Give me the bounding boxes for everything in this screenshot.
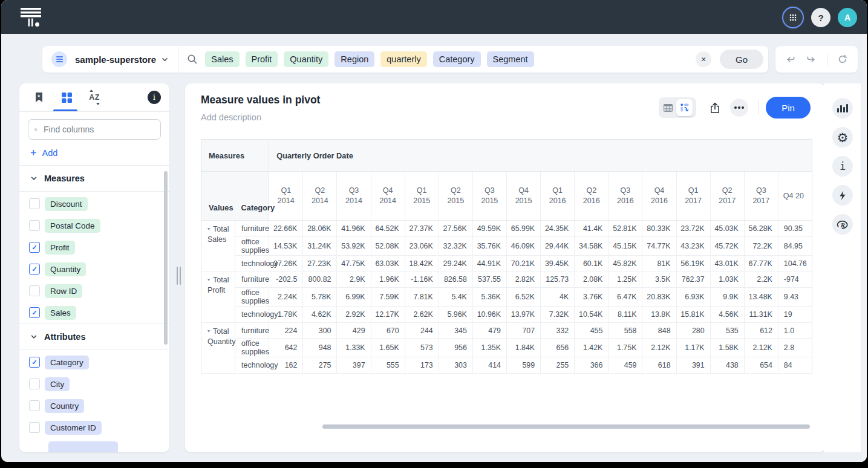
value-cell[interactable]: -202.5 xyxy=(269,271,303,288)
category-header[interactable]: Category xyxy=(235,172,269,221)
value-cell[interactable]: 366 xyxy=(575,357,609,374)
value-cell[interactable]: 18.42K xyxy=(405,255,439,271)
clear-search-icon[interactable]: × xyxy=(696,51,711,67)
column-header-q3-2016[interactable]: Q32016 xyxy=(609,172,642,221)
column-header-q4-2014[interactable]: Q42014 xyxy=(371,172,405,221)
value-cell[interactable]: 56.19K xyxy=(676,255,710,271)
value-cell[interactable]: 6.52K xyxy=(506,288,540,307)
column-header-q4-20[interactable]: Q4 20 xyxy=(778,172,812,221)
field-chip[interactable]: Category xyxy=(45,356,89,369)
value-cell[interactable]: 84.95 xyxy=(778,236,812,255)
category-cell[interactable]: office supplies xyxy=(235,236,269,255)
value-cell[interactable]: 459 xyxy=(609,357,642,374)
checkbox-unchecked[interactable] xyxy=(29,422,40,433)
r-analysis-icon[interactable]: R xyxy=(832,214,853,235)
column-header-q2-2015[interactable]: Q22015 xyxy=(439,172,472,221)
value-cell[interactable]: 762.37 xyxy=(676,271,710,288)
redo-icon[interactable] xyxy=(806,54,817,65)
value-cell[interactable]: -1.16K xyxy=(405,271,439,288)
value-cell[interactable]: 599 xyxy=(506,357,540,374)
value-cell[interactable]: 224 xyxy=(269,322,303,339)
search-token-profit[interactable]: Profit xyxy=(246,51,278,67)
value-cell[interactable]: 3.5K xyxy=(642,271,676,288)
collapse-caret-icon[interactable]: ▾ xyxy=(207,277,210,282)
value-cell[interactable]: 535 xyxy=(710,322,744,339)
value-cell[interactable]: 1.25K xyxy=(609,271,642,288)
value-cell[interactable]: 1.84K xyxy=(506,339,540,357)
value-cell[interactable]: 300 xyxy=(303,322,337,339)
search-token-quantity[interactable]: Quantity xyxy=(284,51,328,67)
value-cell[interactable]: 3.76K xyxy=(575,288,609,307)
value-cell[interactable]: 642 xyxy=(269,339,303,357)
value-cell[interactable]: 64.52K xyxy=(371,221,405,237)
value-cell[interactable]: 345 xyxy=(439,322,472,339)
search-token-region[interactable]: Region xyxy=(334,51,374,67)
value-cell[interactable]: 5.78K xyxy=(303,288,337,307)
value-cell[interactable]: 23.72K xyxy=(676,221,710,237)
value-cell[interactable]: 29.24K xyxy=(439,255,472,271)
value-cell[interactable]: 63.03K xyxy=(371,255,405,271)
value-cell[interactable]: 45.72K xyxy=(710,236,744,255)
value-cell[interactable]: 49.59K xyxy=(472,221,506,237)
column-header-q1-2016[interactable]: Q12016 xyxy=(541,172,575,221)
search-token-sales[interactable]: Sales xyxy=(205,51,239,67)
value-cell[interactable]: 654 xyxy=(744,357,778,374)
value-cell[interactable]: 537.55 xyxy=(472,271,506,288)
value-cell[interactable]: 2.08K xyxy=(575,271,609,288)
search-token-segment[interactable]: Segment xyxy=(487,51,534,67)
value-cell[interactable]: 1.0 xyxy=(778,322,812,339)
value-cell[interactable]: 6.47K xyxy=(609,288,642,307)
value-cell[interactable]: 70.21K xyxy=(506,255,540,271)
search-token-list[interactable]: SalesProfitQuantityRegionquarterlyCatego… xyxy=(205,51,534,67)
go-button[interactable]: Go xyxy=(720,50,763,69)
checkbox-checked[interactable]: ✓ xyxy=(29,357,40,368)
value-cell[interactable]: 65.99K xyxy=(506,221,540,237)
share-icon[interactable] xyxy=(710,102,720,114)
column-header-q1-2017[interactable]: Q12017 xyxy=(676,172,710,221)
table-horizontal-scrollbar[interactable] xyxy=(322,424,810,429)
value-cell[interactable]: 255 xyxy=(541,357,575,374)
category-cell[interactable]: furniture xyxy=(235,271,269,288)
value-cell[interactable]: 35.76K xyxy=(472,236,506,255)
checkbox-checked[interactable]: ✓ xyxy=(29,242,40,253)
value-cell[interactable]: 6.99K xyxy=(337,288,371,307)
value-cell[interactable]: 41.4K xyxy=(575,221,609,237)
column-header-q3-2015[interactable]: Q32015 xyxy=(472,172,506,221)
value-cell[interactable]: 56.28K xyxy=(744,221,778,237)
category-cell[interactable]: technology xyxy=(235,357,269,374)
value-cell[interactable]: 280 xyxy=(676,322,710,339)
pin-button[interactable]: Pin xyxy=(766,97,811,119)
value-cell[interactable]: 23.06K xyxy=(405,236,439,255)
field-chip[interactable] xyxy=(48,441,118,452)
add-column-button[interactable]: + Add xyxy=(30,148,169,158)
value-cell[interactable]: 1.75K xyxy=(609,339,642,357)
section-header-attributes[interactable]: Attributes xyxy=(19,323,169,350)
column-header-q3-2014[interactable]: Q32014 xyxy=(337,172,371,221)
search-token-category[interactable]: Category xyxy=(433,51,481,67)
value-cell[interactable]: 13.8K xyxy=(642,307,676,323)
undo-icon[interactable] xyxy=(785,54,796,65)
value-cell[interactable]: 52.81K xyxy=(609,221,642,237)
value-cell[interactable]: 670 xyxy=(371,322,405,339)
value-cell[interactable]: 41.96K xyxy=(337,221,371,237)
value-cell[interactable]: 14.53K xyxy=(269,236,303,255)
column-header-q3-2017[interactable]: Q32017 xyxy=(744,172,778,221)
value-cell[interactable]: 44.91K xyxy=(472,255,506,271)
column-header-q4-2015[interactable]: Q42015 xyxy=(506,172,540,221)
value-cell[interactable]: 275 xyxy=(303,357,337,374)
value-cell[interactable]: 2.12K xyxy=(642,339,676,357)
value-cell[interactable]: 455 xyxy=(575,322,609,339)
measures-corner-header[interactable]: Measures xyxy=(201,140,269,172)
value-cell[interactable]: 10.96K xyxy=(472,307,506,323)
value-cell[interactable]: 479 xyxy=(472,322,506,339)
find-columns-input[interactable] xyxy=(42,124,154,135)
section-header-measures[interactable]: Measures xyxy=(19,165,169,192)
value-cell[interactable]: 53.92K xyxy=(337,236,371,255)
pivot-view-icon[interactable] xyxy=(676,99,693,116)
value-cell[interactable]: 24.35K xyxy=(541,221,575,237)
value-cell[interactable]: 800.82 xyxy=(303,271,337,288)
collapse-caret-icon[interactable]: ▾ xyxy=(207,226,210,232)
checkbox-unchecked[interactable] xyxy=(29,400,40,411)
value-cell[interactable]: 37.26K xyxy=(269,255,303,271)
table-view-icon[interactable] xyxy=(660,99,676,116)
